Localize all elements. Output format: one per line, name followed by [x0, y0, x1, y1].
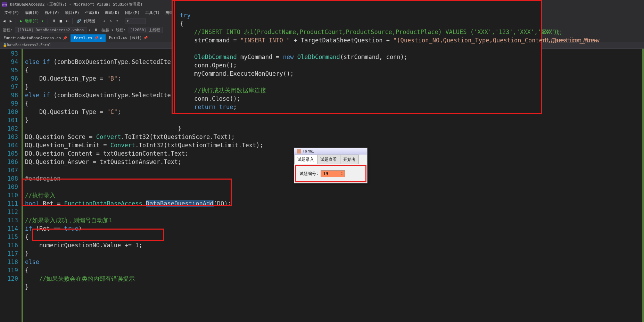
menu-edit[interactable]: 编辑(E): [22, 9, 42, 16]
tab-view[interactable]: 试题查看: [317, 155, 340, 164]
process-dropdown[interactable]: [13140] DataBaseAccess2.vshos: [15, 27, 86, 33]
continue-button[interactable]: ▶ 继续(C) ▾: [18, 18, 45, 24]
form-icon: [297, 149, 301, 154]
question-no-numeric[interactable]: 19 ▲▼: [321, 170, 345, 177]
pause-icon[interactable]: ⏸: [50, 18, 57, 24]
menu-project[interactable]: 项目(P): [62, 9, 82, 16]
menu-view[interactable]: 视图(V): [42, 9, 62, 16]
suspend-icon[interactable]: ⏸: [93, 27, 99, 33]
form1-window[interactable]: Form1 试题录入 试题查看 开始考 试题编号: 19 ▲▼: [294, 148, 368, 183]
thread-dropdown[interactable]: [12660] 主线程: [128, 27, 163, 33]
code-overlay: try { //INSERT INTO 表1(ProductName,Produ…: [172, 0, 540, 114]
spinner-icon[interactable]: ▲▼: [341, 171, 343, 176]
vs-icon: ▷◁: [2, 2, 7, 7]
window-title: DataBaseAccess2 (正在运行) - Microsoft Visua…: [10, 2, 143, 7]
tab-functiondatabaseaccess[interactable]: FunctionDataBaseAccess.cs📌: [0, 34, 71, 42]
tab-form1-cs[interactable]: Form1.cs📌✕: [71, 34, 106, 42]
menu-file[interactable]: 文件(F): [2, 9, 22, 16]
step-out-icon[interactable]: ↑: [115, 18, 120, 24]
menu-build[interactable]: 生成(B): [82, 9, 102, 16]
menu-debug[interactable]: 调试(D): [102, 9, 122, 16]
pin-icon[interactable]: 📌: [63, 36, 67, 40]
codemap-button[interactable]: 🔗 代码图: [75, 18, 97, 24]
pin-icon[interactable]: 📌: [143, 36, 148, 40]
annotation-box: [32, 229, 164, 241]
question-no-value: 19: [323, 171, 328, 176]
form1-tabs: 试题录入 试题查看 开始考: [294, 155, 367, 164]
nav-back-icon[interactable]: ◀: [2, 18, 7, 24]
form1-body: 试题编号: 19 ▲▼: [295, 165, 366, 182]
tab-input[interactable]: 试题录入: [294, 155, 317, 164]
menu-tools[interactable]: 工具(T): [142, 9, 163, 16]
nav-fwd-icon[interactable]: ▶: [8, 18, 14, 24]
tab-exam[interactable]: 开始考: [340, 155, 359, 164]
thread-label: 线程:: [116, 27, 126, 33]
question-no-label: 试题编号:: [299, 171, 319, 177]
change-indicator-right: [642, 49, 644, 322]
stack-frame-dropdown[interactable]: ▾: [125, 18, 146, 24]
restart-icon[interactable]: ↻: [65, 18, 70, 24]
process-label: 进程:: [3, 27, 13, 33]
close-icon[interactable]: ✕: [100, 36, 102, 40]
pin-icon[interactable]: 📌: [94, 36, 98, 40]
code-editor[interactable]: 9394959697989910010110210310410510610710…: [0, 49, 644, 322]
menu-team[interactable]: 团队(M): [122, 9, 142, 16]
step-into-icon[interactable]: ↓: [102, 18, 107, 24]
stop-icon[interactable]: ■: [58, 18, 64, 24]
line-gutter: 9394959697989910010110210310410510610710…: [0, 49, 22, 322]
tab-form1-design[interactable]: Form1.cs [设计]📌: [106, 34, 151, 42]
step-over-icon[interactable]: ↷: [108, 18, 113, 24]
form1-titlebar[interactable]: Form1: [294, 148, 367, 155]
suspend-label: 挂起: [101, 27, 109, 33]
